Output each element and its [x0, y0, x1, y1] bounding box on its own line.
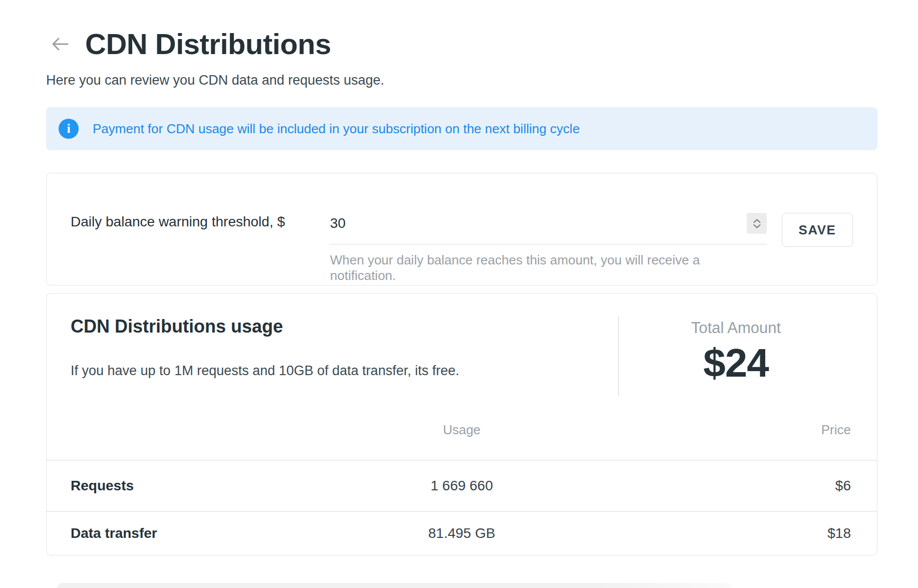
page-title: CDN Distributions	[85, 27, 331, 61]
table-header-usage: Usage	[324, 422, 600, 438]
back-button[interactable]	[49, 33, 71, 55]
row-price: $6	[600, 478, 877, 494]
table-header-row: Usage Price	[47, 422, 877, 461]
usage-card-title: CDN Distributions usage	[71, 316, 618, 337]
threshold-field-group: When your daily balance reaches this amo…	[330, 213, 767, 283]
info-icon: i	[59, 119, 79, 139]
row-name: Data transfer	[47, 525, 324, 541]
usage-card: CDN Distributions usage If you have up t…	[46, 293, 877, 555]
usage-table: Usage Price Requests 1 669 660 $6 Data t…	[47, 422, 877, 555]
threshold-label: Daily balance warning threshold, $	[71, 213, 330, 230]
page-header: CDN Distributions	[46, 27, 877, 61]
total-amount-label: Total Amount	[691, 319, 781, 337]
info-banner-text: Payment for CDN usage will be included i…	[93, 121, 580, 137]
table-header-price: Price	[600, 422, 877, 438]
table-row-requests: Requests 1 669 660 $6	[47, 461, 877, 512]
number-stepper[interactable]	[747, 213, 767, 234]
row-price: $18	[600, 525, 877, 541]
info-banner: i Payment for CDN usage will be included…	[46, 107, 877, 150]
threshold-input[interactable]	[330, 215, 747, 231]
row-usage: 81.495 GB	[324, 525, 600, 541]
usage-card-description: If you have up to 1M requests and 10GB o…	[71, 363, 618, 379]
usage-card-description-block: CDN Distributions usage If you have up t…	[71, 316, 618, 396]
threshold-helper-text: When your daily balance reaches this amo…	[330, 252, 767, 283]
chevron-down-icon[interactable]	[753, 224, 761, 228]
chevron-up-icon[interactable]	[753, 219, 761, 223]
threshold-input-row	[330, 213, 767, 244]
total-amount-value: $24	[703, 340, 768, 386]
total-amount-block: Total Amount $24	[618, 316, 853, 396]
threshold-card: Daily balance warning threshold, $ When …	[46, 173, 877, 285]
next-panel-cutoff	[57, 583, 731, 588]
page-subtitle: Here you can review you CDN data and req…	[46, 73, 877, 88]
row-usage: 1 669 660	[324, 478, 600, 494]
save-button[interactable]: SAVE	[782, 213, 853, 247]
arrow-left-icon	[51, 36, 70, 53]
row-name: Requests	[47, 478, 324, 494]
cdn-distributions-page: CDN Distributions Here you can review yo…	[0, 0, 918, 588]
table-row-data-transfer: Data transfer 81.495 GB $18	[47, 512, 877, 555]
usage-card-top: CDN Distributions usage If you have up t…	[47, 293, 877, 396]
